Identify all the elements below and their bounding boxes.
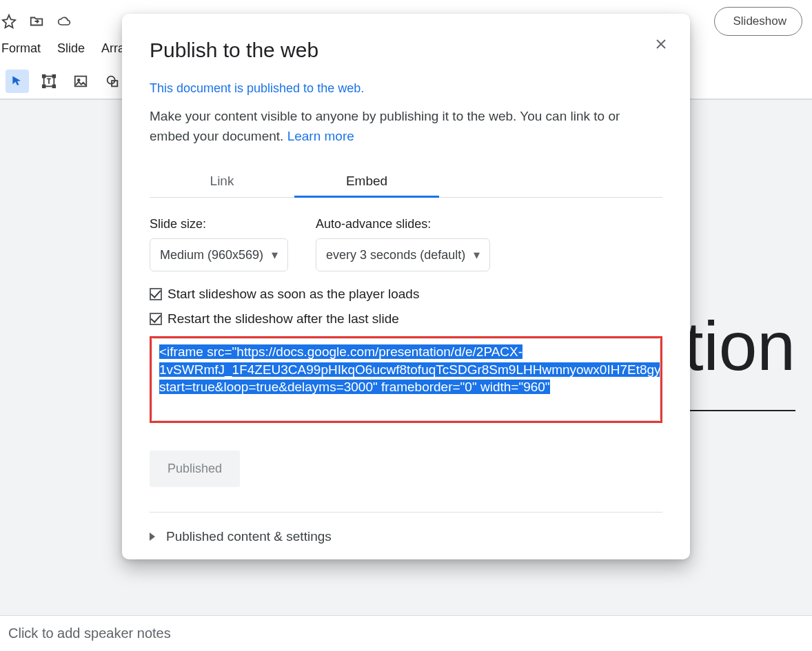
menu-slide[interactable]: Slide — [56, 39, 86, 59]
embed-code-highlight-box: <iframe src="https://docs.google.com/pre… — [150, 336, 662, 423]
checkbox-start-slideshow[interactable]: Start slideshow as soon as the player lo… — [150, 287, 662, 302]
image-tool-icon[interactable] — [69, 70, 92, 93]
tab-embed[interactable]: Embed — [294, 165, 439, 197]
auto-advance-select[interactable]: every 3 seconds (default) ▾ — [316, 238, 490, 271]
slide-size-value: Medium (960x569) — [160, 248, 263, 262]
speaker-notes-input[interactable]: Click to add speaker notes — [0, 615, 812, 651]
embed-code-textarea[interactable]: <iframe src="https://docs.google.com/pre… — [152, 338, 660, 421]
slide-size-select[interactable]: Medium (960x569) ▾ — [150, 238, 288, 271]
disclosure-label: Published content & settings — [166, 529, 332, 544]
chevron-down-icon: ▾ — [272, 247, 278, 262]
published-status-link[interactable]: This document is published to the web. — [150, 81, 364, 96]
menu-format[interactable]: Format — [0, 39, 42, 59]
checkbox-checked-icon — [150, 313, 162, 325]
cloud-status-icon[interactable] — [55, 12, 73, 30]
checkbox-restart-label: Restart the slideshow after the last sli… — [168, 311, 399, 327]
svg-point-6 — [78, 79, 80, 81]
move-to-folder-icon[interactable] — [28, 12, 45, 30]
svg-rect-2 — [53, 75, 56, 78]
dialog-description: Make your content visible to anyone by p… — [150, 107, 662, 146]
checkbox-start-label: Start slideshow as soon as the player lo… — [168, 287, 419, 302]
auto-advance-control: Auto-advance slides: every 3 seconds (de… — [316, 217, 490, 271]
published-button[interactable]: Published — [150, 451, 240, 487]
auto-advance-value: every 3 seconds (default) — [326, 248, 465, 262]
dialog-tabs: Link Embed — [150, 165, 662, 198]
divider — [150, 512, 662, 513]
select-tool-icon[interactable] — [6, 70, 29, 93]
slideshow-button[interactable]: Slideshow — [714, 7, 802, 36]
published-content-settings-disclosure[interactable]: Published content & settings — [150, 529, 662, 544]
auto-advance-label: Auto-advance slides: — [316, 217, 490, 231]
publish-to-web-dialog: Publish to the web This document is publ… — [122, 14, 690, 559]
textbox-tool-icon[interactable] — [37, 70, 61, 93]
close-icon[interactable] — [651, 34, 671, 54]
slide-size-control: Slide size: Medium (960x569) ▾ — [150, 217, 288, 271]
star-icon[interactable] — [0, 12, 18, 30]
learn-more-link[interactable]: Learn more — [287, 129, 354, 143]
tab-link[interactable]: Link — [150, 165, 294, 197]
svg-rect-4 — [53, 85, 56, 88]
triangle-right-icon — [150, 533, 155, 541]
checkbox-checked-icon — [150, 288, 162, 300]
embed-code-selected-text: <iframe src="https://docs.google.com/pre… — [159, 344, 660, 394]
dialog-title: Publish to the web — [150, 39, 662, 62]
slide-size-label: Slide size: — [150, 217, 288, 231]
svg-rect-1 — [43, 75, 45, 78]
shape-tool-icon[interactable] — [101, 70, 124, 93]
svg-rect-3 — [43, 85, 45, 88]
chevron-down-icon: ▾ — [474, 247, 480, 262]
checkbox-restart-slideshow[interactable]: Restart the slideshow after the last sli… — [150, 311, 662, 327]
